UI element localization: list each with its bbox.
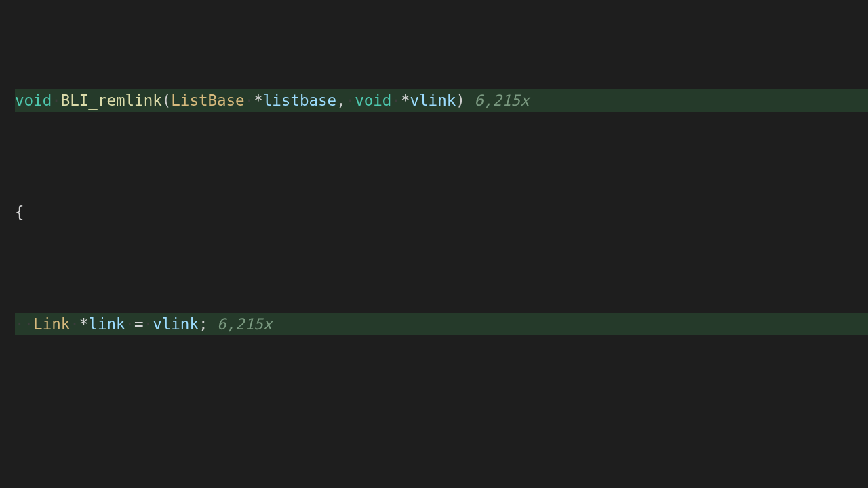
code-editor[interactable]: void·BLI_remlink(ListBase·*listbase,·voi… (0, 0, 868, 488)
hit-count: 6,215x (474, 89, 529, 112)
var-link: link (88, 313, 125, 336)
paren-open: ( (162, 89, 172, 112)
star: * (254, 89, 263, 112)
assign: = (134, 313, 144, 336)
param-vlink: vlink (410, 89, 456, 112)
paren-close: ) (456, 89, 465, 112)
keyword-void: void (15, 89, 52, 112)
code-line[interactable]: void·BLI_remlink(ListBase·*listbase,·voi… (15, 89, 868, 112)
code-line[interactable]: ··Link·*link·=·vlink; 6,215x (15, 313, 868, 336)
code-line-blank[interactable] (15, 425, 868, 447)
semicolon: ; (199, 313, 208, 336)
code-line[interactable]: { (15, 201, 868, 224)
indent: ·· (15, 313, 33, 336)
hit-count: 6,215x (217, 313, 272, 336)
function-name: BLI_remlink (61, 89, 162, 112)
brace-open: { (15, 201, 24, 224)
param-listbase: listbase (263, 89, 336, 112)
type-listbase: ListBase (171, 89, 244, 112)
type-link: Link (33, 313, 70, 336)
var-vlink: vlink (153, 313, 199, 336)
comma: , (336, 89, 346, 112)
whitespace-dot: · (52, 89, 61, 112)
keyword-void: void (355, 89, 391, 112)
